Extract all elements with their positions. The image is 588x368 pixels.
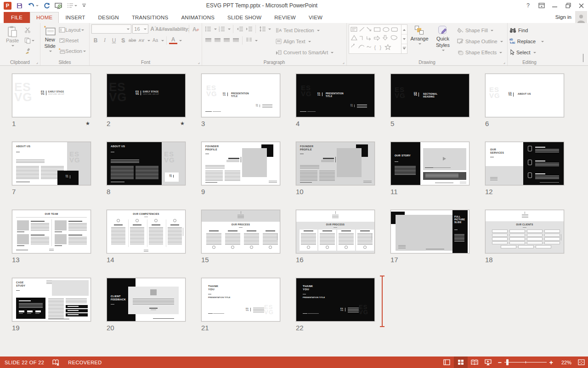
numbering-dropdown[interactable] <box>228 29 231 31</box>
tab-transitions[interactable]: TRANSITIONS <box>125 12 175 23</box>
slide-thumbnail-21[interactable]: THANK YOUPRESENTATION TITLEESVGESVG <box>201 278 280 322</box>
paste-dropdown-arrow[interactable] <box>11 45 14 48</box>
clear-formatting-button[interactable]: A <box>192 25 200 34</box>
slide-thumbnail-16[interactable]: OUR PROCESS <box>296 210 375 253</box>
avatar[interactable] <box>575 11 587 23</box>
bold-button[interactable]: B <box>91 36 100 45</box>
change-case-dropdown[interactable] <box>161 40 164 43</box>
recovered-indicator[interactable]: RECOVERED <box>68 360 102 365</box>
shadow-button[interactable]: S <box>119 36 127 45</box>
decrease-font-size-button[interactable]: A&#availability; <box>158 25 187 34</box>
slide-thumbnail-8[interactable]: ESVGABOUT USESVG <box>107 142 186 185</box>
start-from-beginning-button[interactable] <box>54 1 63 10</box>
undo-dropdown-arrow[interactable] <box>36 5 39 8</box>
layout-button[interactable]: Layout <box>57 25 87 34</box>
line-spacing-button[interactable] <box>258 24 266 33</box>
align-right-button[interactable] <box>222 36 231 45</box>
text-direction-button[interactable]: A Text Direction <box>276 25 334 35</box>
font-color-dropdown[interactable] <box>179 40 182 43</box>
normal-view-button[interactable] <box>440 356 454 368</box>
character-spacing-dropdown[interactable] <box>147 40 150 43</box>
tab-file[interactable]: FILE <box>4 12 30 23</box>
clipboard-dialog-launcher[interactable]: ⌟ <box>34 60 40 65</box>
quick-styles-button[interactable]: Quick Styles <box>431 24 454 58</box>
character-spacing-button[interactable]: AV <box>137 36 146 45</box>
slide-thumbnail-5[interactable]: ESVGESVGSECTIONAL HEADING <box>390 74 469 117</box>
undo-button[interactable] <box>27 1 40 10</box>
paste-button[interactable]: Paste <box>2 24 23 58</box>
find-button[interactable]: Find <box>509 25 544 35</box>
slide-thumbnail-15[interactable]: OUR PROCESS <box>201 210 280 253</box>
arrange-button[interactable]: Arrange <box>407 24 431 58</box>
tab-review[interactable]: REVIEW <box>268 12 302 23</box>
tab-animations[interactable]: ANIMATIONS <box>175 12 221 23</box>
zoom-slider[interactable] <box>504 359 547 365</box>
select-button[interactable]: Select <box>509 47 544 57</box>
paragraph-dialog-launcher[interactable]: ⌟ <box>341 60 346 65</box>
custom-list-button[interactable] <box>66 1 78 10</box>
restore-button[interactable] <box>561 0 575 11</box>
slide-thumbnail-4[interactable]: ESVGESVGPRESENTATION TITLEESVG <box>296 74 375 117</box>
format-painter-button[interactable] <box>23 46 36 56</box>
slide-thumbnail-18[interactable]: OUR CLIENTS <box>485 210 564 253</box>
slide-thumbnail-11[interactable]: OUR STORY <box>390 142 469 185</box>
new-slide-dropdown-arrow[interactable] <box>49 51 52 53</box>
slide-thumbnail-1[interactable]: ESVGESVGEARLY STAGEVENTURE GROUP <box>12 74 91 117</box>
new-slide-button[interactable]: * New Slide <box>42 24 57 58</box>
line-spacing-dropdown[interactable] <box>268 29 271 31</box>
slide-thumbnail-12[interactable]: OUR SERVICES <box>485 142 564 185</box>
slide-thumbnail-9[interactable]: FOUNDER PROFILE <box>201 142 280 185</box>
font-dialog-launcher[interactable]: ⌟ <box>196 60 201 65</box>
align-text-button[interactable]: Align Text <box>276 36 334 46</box>
shape-fill-button[interactable]: Shape Fill <box>457 25 503 35</box>
slide-thumbnail-19[interactable]: CASE STUDY <box>12 278 91 322</box>
slide-sorter-view-button[interactable] <box>454 356 468 368</box>
underline-button[interactable]: U <box>110 36 118 45</box>
shapes-scroll-up[interactable] <box>401 25 407 34</box>
cut-button[interactable] <box>23 25 36 34</box>
bullets-button[interactable] <box>204 24 212 33</box>
slide-sorter-canvas[interactable]: ESVGESVGEARLY STAGEVENTURE GROUP1★ESVGES… <box>0 66 588 356</box>
help-button[interactable]: ? <box>521 0 535 11</box>
close-button[interactable] <box>575 0 588 11</box>
customize-qat-button[interactable] <box>81 1 87 10</box>
slide-show-button[interactable] <box>481 356 495 368</box>
slide-thumbnail-6[interactable]: ESVGESVGABOUT US <box>485 74 564 117</box>
shape-effects-button[interactable]: Shape Effects <box>457 47 503 57</box>
slide-thumbnail-22[interactable]: THANK YOUPRESENTATION TITLEESVGESVG <box>296 278 375 322</box>
tab-home[interactable]: HOME <box>30 12 59 23</box>
slide-thumbnail-10[interactable]: FOUNDER PROFILE <box>296 142 375 185</box>
fit-to-window-button[interactable] <box>574 356 588 368</box>
shapes-more-button[interactable] <box>401 44 407 53</box>
zoom-percentage[interactable]: 22% <box>556 360 571 365</box>
spell-check-button[interactable] <box>52 359 60 366</box>
collapse-ribbon-button[interactable] <box>583 54 583 63</box>
columns-dropdown[interactable] <box>255 40 258 43</box>
increase-indent-button[interactable] <box>245 24 253 33</box>
tab-view[interactable]: VIEW <box>302 12 329 23</box>
align-left-button[interactable] <box>204 36 212 45</box>
zoom-in-button[interactable]: + <box>549 359 553 366</box>
justify-button[interactable] <box>232 36 240 45</box>
columns-button[interactable] <box>245 36 253 45</box>
reading-view-button[interactable] <box>468 356 481 368</box>
strikethrough-button[interactable]: abe <box>128 36 136 45</box>
shape-outline-button[interactable]: Shape Outline <box>457 36 503 46</box>
shapes-gallery[interactable]: { } <box>349 24 407 54</box>
ribbon-display-options-button[interactable] <box>535 0 548 11</box>
change-case-button[interactable]: Aa <box>151 36 159 45</box>
shapes-scroll-down[interactable] <box>401 34 407 44</box>
slide-thumbnail-2[interactable]: ESVGESVGEARLY STAGEVENTURE GROUP <box>107 74 186 117</box>
drawing-dialog-launcher[interactable]: ⌟ <box>502 60 507 65</box>
tab-slide-show[interactable]: SLIDE SHOW <box>221 12 268 23</box>
slide-thumbnail-7[interactable]: ESVGABOUT USESVG <box>12 142 91 185</box>
italic-button[interactable]: I <box>101 36 109 45</box>
replace-dropdown[interactable] <box>541 41 544 44</box>
zoom-slider-thumb[interactable] <box>506 359 509 365</box>
numbering-button[interactable]: 123 <box>218 24 226 33</box>
repeat-button[interactable] <box>42 1 51 10</box>
font-color-button[interactable]: A <box>169 37 177 44</box>
replace-button[interactable]: ab↳ac Replace <box>509 36 544 46</box>
font-name-combo[interactable] <box>91 24 131 34</box>
font-size-combo[interactable]: 16 <box>132 24 148 34</box>
